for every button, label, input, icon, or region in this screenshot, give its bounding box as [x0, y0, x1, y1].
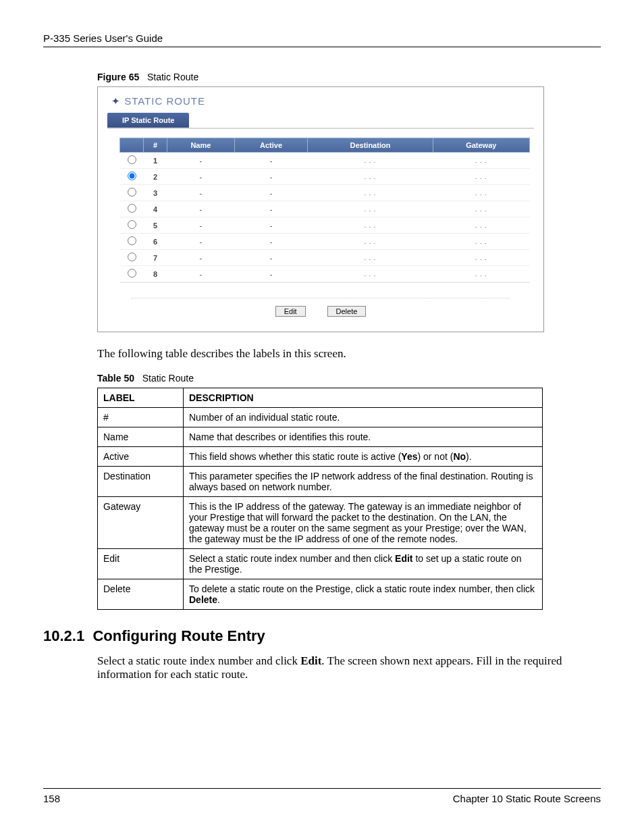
row-gateway: . . . [433, 234, 529, 250]
row-gateway: . . . [433, 266, 529, 282]
page-number: 158 [43, 793, 60, 804]
row-active: - [234, 185, 308, 201]
row-radio[interactable] [128, 269, 136, 278]
table-row: GatewayThis is the IP address of the gat… [98, 497, 543, 549]
panel-title: ✦ STATIC ROUTE [111, 95, 543, 107]
desc-label: Destination [98, 467, 184, 497]
para-describe: The following table describes the labels… [97, 347, 601, 361]
row-num: 5 [144, 217, 167, 234]
desc-label: Delete [98, 579, 184, 610]
desc-text: To delete a static route on the Prestige… [184, 579, 543, 610]
table-row: 5--. . .. . . [120, 217, 530, 234]
row-radio[interactable] [128, 253, 136, 261]
tab-ip-static-route[interactable]: IP Static Route [107, 113, 189, 128]
table-row: DestinationThis parameter specifies the … [98, 467, 543, 497]
row-destination: . . . [308, 153, 433, 169]
section-title: Configuring Route Entry [92, 627, 265, 644]
row-gateway: . . . [433, 250, 529, 266]
col-select [120, 138, 144, 153]
section-number: 10.2.1 [43, 627, 84, 644]
desc-text: Select a static route index number and t… [184, 549, 543, 579]
row-num: 6 [144, 234, 167, 250]
table-row: DeleteTo delete a static route on the Pr… [98, 579, 543, 610]
desc-label: Gateway [98, 497, 184, 549]
table-row: ActiveThis field shows whether this stat… [98, 447, 543, 467]
figure-number: Figure 65 [97, 72, 139, 82]
head-label: LABEL [98, 388, 184, 408]
row-radio[interactable] [128, 204, 136, 213]
row-name: - [167, 266, 235, 282]
row-active: - [234, 266, 308, 282]
row-active: - [234, 153, 308, 169]
desc-text: Number of an individual static route. [184, 408, 543, 427]
table-row: 2--. . .. . . [120, 169, 530, 185]
row-num: 2 [144, 169, 167, 185]
row-name: - [167, 250, 235, 266]
row-destination: . . . [308, 266, 433, 282]
row-gateway: . . . [433, 201, 529, 217]
figure-title: Static Route [147, 72, 198, 82]
desc-label: Edit [98, 549, 184, 579]
row-num: 4 [144, 201, 167, 217]
col-gateway: Gateway [433, 138, 529, 153]
desc-label: # [98, 408, 184, 427]
row-active: - [234, 250, 308, 266]
section-paragraph: Select a static route index number and c… [97, 654, 601, 681]
row-name: - [167, 169, 235, 185]
row-gateway: . . . [433, 169, 529, 185]
col-active: Active [234, 138, 308, 153]
table-row: #Number of an individual static route. [98, 408, 543, 427]
row-destination: . . . [308, 217, 433, 234]
section-heading: 10.2.1 Configuring Route Entry [43, 627, 601, 645]
row-num: 1 [144, 153, 167, 169]
desc-text: This is the IP address of the gateway. T… [184, 497, 543, 549]
row-destination: . . . [308, 169, 433, 185]
row-radio[interactable] [128, 188, 136, 197]
delete-button[interactable]: Delete [327, 306, 367, 317]
row-active: - [234, 234, 308, 250]
row-destination: . . . [308, 234, 433, 250]
desc-label: Name [98, 427, 184, 447]
table-row: 4--. . .. . . [120, 201, 530, 217]
static-route-table: # Name Active Destination Gateway 1--. .… [119, 138, 530, 282]
row-name: - [167, 153, 235, 169]
row-gateway: . . . [433, 153, 529, 169]
col-name: Name [167, 138, 235, 153]
bullet-icon: ✦ [111, 95, 121, 107]
guide-title: P-335 Series User's Guide [43, 32, 163, 44]
col-destination: Destination [308, 138, 433, 153]
tab-bar: IP Static Route [107, 110, 543, 128]
row-name: - [167, 217, 235, 234]
row-num: 3 [144, 185, 167, 201]
desc-text: This parameter specifies the IP network … [184, 467, 543, 497]
table-row: NameName that describes or identifies th… [98, 427, 543, 447]
row-name: - [167, 234, 235, 250]
page-header: P-335 Series User's Guide [43, 32, 601, 47]
table-row: 8--. . .. . . [120, 266, 530, 282]
desc-text: Name that describes or identifies this r… [184, 427, 543, 447]
table-row: 1--. . .. . . [120, 153, 530, 169]
row-destination: . . . [308, 250, 433, 266]
row-active: - [234, 217, 308, 234]
row-radio[interactable] [128, 155, 136, 164]
row-active: - [234, 201, 308, 217]
table-caption: Table 50 Static Route [97, 373, 601, 384]
table-number: Table 50 [97, 373, 134, 384]
chapter-label: Chapter 10 Static Route Screens [453, 793, 601, 804]
row-destination: . . . [308, 185, 433, 201]
table-row: EditSelect a static route index number a… [98, 549, 543, 579]
row-num: 7 [144, 250, 167, 266]
description-table: LABEL DESCRIPTION #Number of an individu… [97, 388, 543, 610]
desc-text: This field shows whether this static rou… [184, 447, 543, 467]
row-gateway: . . . [433, 185, 529, 201]
row-destination: . . . [308, 201, 433, 217]
row-gateway: . . . [433, 217, 529, 234]
row-radio[interactable] [128, 236, 136, 245]
table-row: 6--. . .. . . [120, 234, 530, 250]
edit-button[interactable]: Edit [275, 306, 306, 317]
row-active: - [234, 169, 308, 185]
table-title: Static Route [142, 373, 194, 384]
row-radio[interactable] [128, 172, 136, 180]
desc-label: Active [98, 447, 184, 467]
row-radio[interactable] [128, 220, 136, 229]
